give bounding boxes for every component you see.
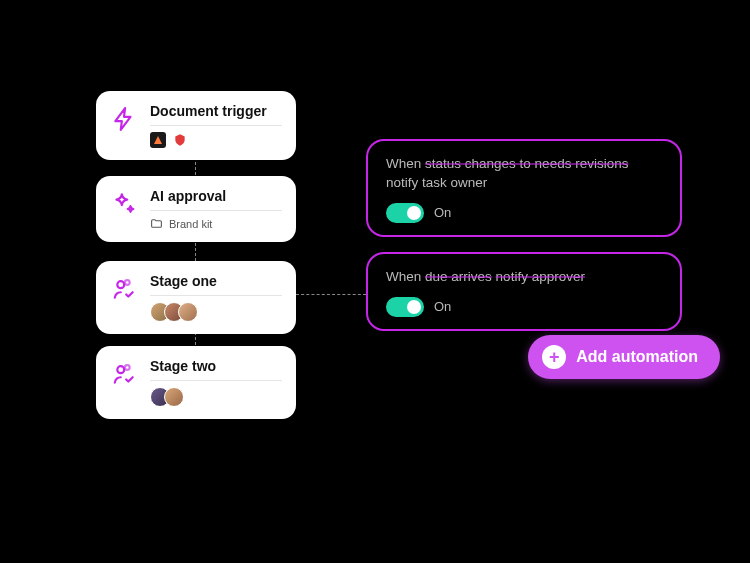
rule-text-highlight: due arrives bbox=[425, 269, 492, 284]
toggle-switch[interactable] bbox=[386, 203, 424, 223]
stage-meta: Brand kit bbox=[150, 217, 282, 230]
avatar-stack bbox=[150, 302, 198, 322]
stage-card-trigger[interactable]: Document trigger bbox=[96, 91, 296, 160]
stage-meta bbox=[150, 387, 282, 407]
automation-rule-text: When due arrives notify approver bbox=[386, 268, 662, 287]
app-badge-icon bbox=[172, 132, 188, 148]
rule-text-highlight: notify approver bbox=[496, 269, 585, 284]
stage-meta-label: Brand kit bbox=[169, 218, 212, 230]
sparkle-icon bbox=[110, 190, 138, 218]
automation-card-revisions[interactable]: When status changes to needs revisions n… bbox=[366, 139, 682, 237]
automation-card-due[interactable]: When due arrives notify approver On bbox=[366, 252, 682, 331]
stage-card-stage-one[interactable]: Stage one bbox=[96, 261, 296, 334]
connector-line bbox=[296, 294, 366, 295]
connector-line bbox=[195, 243, 196, 261]
stage-meta bbox=[150, 132, 282, 148]
avatar-stack bbox=[150, 387, 184, 407]
user-check-icon bbox=[110, 360, 138, 388]
stage-title: AI approval bbox=[150, 188, 282, 211]
rule-text-part: When bbox=[386, 156, 421, 171]
stage-card-stage-two[interactable]: Stage two bbox=[96, 346, 296, 419]
add-automation-label: Add automation bbox=[576, 348, 698, 366]
avatar bbox=[164, 387, 184, 407]
stage-title: Document trigger bbox=[150, 103, 282, 126]
stage-body: Document trigger bbox=[150, 103, 282, 148]
toggle-label: On bbox=[434, 299, 451, 314]
rule-text-part: notify task owner bbox=[386, 175, 487, 190]
toggle-label: On bbox=[434, 205, 451, 220]
user-check-icon bbox=[110, 275, 138, 303]
svg-point-0 bbox=[117, 281, 124, 288]
rule-text-part: When bbox=[386, 269, 421, 284]
add-automation-button[interactable]: + Add automation bbox=[528, 335, 720, 379]
workflow-canvas: Document trigger AI approval Brand kit bbox=[0, 0, 750, 563]
svg-point-2 bbox=[117, 366, 124, 373]
rule-text-highlight: status changes to needs revisions bbox=[425, 156, 628, 171]
toggle-row: On bbox=[386, 297, 662, 317]
automation-rule-text: When status changes to needs revisions n… bbox=[386, 155, 662, 193]
toggle-row: On bbox=[386, 203, 662, 223]
avatar bbox=[178, 302, 198, 322]
stage-body: AI approval Brand kit bbox=[150, 188, 282, 230]
svg-point-3 bbox=[125, 365, 130, 370]
stage-body: Stage two bbox=[150, 358, 282, 407]
stage-meta bbox=[150, 302, 282, 322]
svg-point-1 bbox=[125, 280, 130, 285]
folder-icon bbox=[150, 217, 163, 230]
lightning-icon bbox=[110, 105, 138, 133]
stage-title: Stage two bbox=[150, 358, 282, 381]
plus-circle-icon: + bbox=[542, 345, 566, 369]
stage-card-ai-approval[interactable]: AI approval Brand kit bbox=[96, 176, 296, 242]
toggle-switch[interactable] bbox=[386, 297, 424, 317]
stage-title: Stage one bbox=[150, 273, 282, 296]
stage-body: Stage one bbox=[150, 273, 282, 322]
app-badge-icon bbox=[150, 132, 166, 148]
